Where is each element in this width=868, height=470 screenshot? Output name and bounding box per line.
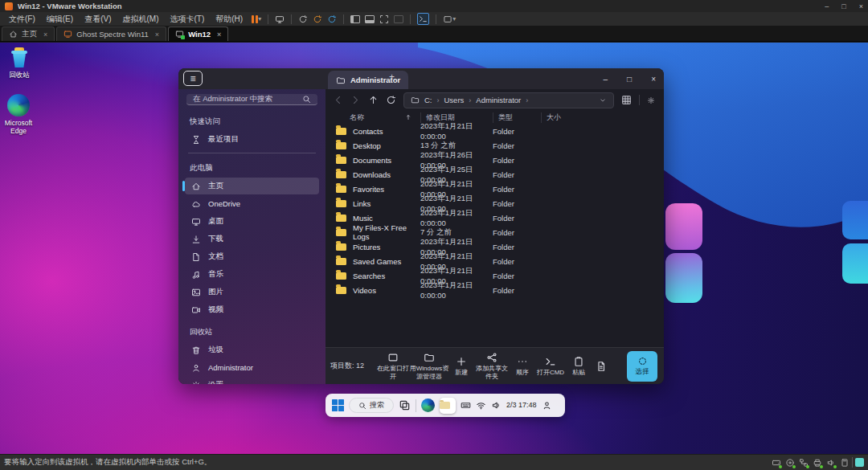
unity-mode-icon[interactable] bbox=[394, 15, 403, 23]
vm-tab-win12[interactable]: Win12× bbox=[168, 27, 228, 41]
file-row-pictures[interactable]: Pictures2023年1月21日 0:00:00Folder bbox=[326, 239, 664, 254]
chevron-down-icon[interactable] bbox=[599, 96, 607, 104]
vmware-minimize-button[interactable]: – bbox=[825, 2, 829, 10]
顺序-button[interactable]: 顺序 bbox=[510, 356, 534, 376]
manage-snapshots-icon[interactable] bbox=[327, 14, 337, 24]
新建-button[interactable]: 新建 bbox=[449, 356, 473, 376]
usb-status-icon[interactable] bbox=[840, 458, 850, 468]
view-grid-icon[interactable] bbox=[621, 95, 632, 105]
pause-icon[interactable]: ▾ bbox=[252, 15, 261, 23]
fit-guest-icon[interactable]: ▾ bbox=[443, 14, 456, 24]
file-row-links[interactable]: Links2023年1月21日 0:00:00Folder bbox=[326, 196, 664, 210]
menu-选项卡T[interactable]: 选项卡(T) bbox=[164, 14, 210, 25]
explorer-close-button[interactable]: × bbox=[651, 75, 656, 84]
up-icon[interactable] bbox=[368, 95, 379, 105]
sidebar-item-下载[interactable]: 下载 bbox=[185, 231, 319, 247]
close-tab-icon[interactable]: × bbox=[155, 31, 159, 39]
back-icon[interactable] bbox=[333, 95, 343, 105]
explorer-minimize-button[interactable]: – bbox=[604, 75, 608, 84]
sidebar-item-桌面[interactable]: 桌面 bbox=[185, 213, 319, 230]
new-tab-button[interactable]: + bbox=[389, 72, 395, 83]
column-type[interactable]: 类型 bbox=[493, 112, 541, 123]
menu-编辑E[interactable]: 编辑(E) bbox=[41, 14, 79, 25]
sidebar-item-垃圾[interactable]: 垃圾 bbox=[185, 341, 319, 358]
taskbar-search[interactable]: 搜索 bbox=[349, 398, 394, 413]
sidebar-item-onedrive[interactable]: OneDrive bbox=[185, 195, 319, 212]
file-row-saved-games[interactable]: Saved Games2023年1月21日 0:00:00Folder bbox=[326, 254, 664, 268]
breadcrumb-segment[interactable]: Administrator bbox=[476, 96, 521, 104]
select-button[interactable]: 选择 bbox=[627, 351, 657, 382]
refresh-icon[interactable] bbox=[386, 95, 396, 105]
sound-status-icon[interactable] bbox=[826, 458, 836, 468]
show-thumbnail-bar-icon[interactable] bbox=[365, 15, 375, 23]
sidebar-item-设置[interactable]: 设置 bbox=[185, 377, 319, 384]
sidebar-item-音乐[interactable]: 音乐 bbox=[185, 266, 319, 283]
file-row-searches[interactable]: Searches2023年1月21日 0:00:00Folder bbox=[326, 268, 664, 283]
volume-icon[interactable] bbox=[491, 400, 502, 411]
file-row-favorites[interactable]: Favorites2023年1月21日 0:00:00Folder bbox=[326, 182, 664, 196]
添加共享文件夹-button[interactable]: 添加共享文件夹 bbox=[473, 352, 510, 379]
optical-drive-status-icon[interactable] bbox=[785, 458, 795, 468]
sidebar-item-图片[interactable]: 图片 bbox=[185, 284, 319, 300]
breadcrumb-segment[interactable]: Users bbox=[444, 96, 465, 104]
printer-status-icon[interactable] bbox=[813, 458, 822, 468]
address-bar[interactable]: C:›Users›Administrator› bbox=[403, 92, 614, 108]
file-row-videos[interactable]: Videos2023年1月21日 0:00:00Folder bbox=[326, 283, 664, 297]
console-view-icon[interactable] bbox=[417, 13, 429, 25]
folder-icon bbox=[336, 76, 346, 85]
vm-tab-home[interactable]: 主页× bbox=[2, 27, 55, 41]
打开CMD-button[interactable]: 打开CMD bbox=[534, 356, 567, 376]
close-tab-icon[interactable]: × bbox=[43, 31, 47, 39]
people-icon[interactable] bbox=[542, 400, 552, 411]
revert-snapshot-icon[interactable] bbox=[313, 14, 322, 24]
粘贴-button[interactable]: 粘贴 bbox=[567, 356, 591, 376]
wifi-icon[interactable] bbox=[476, 400, 486, 411]
taskbar-clock[interactable]: 2/3 17:48 bbox=[506, 402, 537, 410]
edge-taskbar-icon[interactable] bbox=[421, 398, 435, 412]
sidebar-item-主页[interactable]: 主页 bbox=[185, 178, 319, 194]
fullscreen-icon[interactable] bbox=[379, 14, 389, 24]
用Windows资源管理器-button[interactable]: 用Windows资源管理器 bbox=[409, 352, 449, 379]
desktop-icon-recycle-bin[interactable]: 回收站 bbox=[1, 47, 38, 79]
sidebar-item-最近项目[interactable]: 最近项目 bbox=[185, 131, 319, 148]
file-row-downloads[interactable]: Downloads2023年1月25日 0:00:00Folder bbox=[326, 167, 664, 182]
start-button[interactable] bbox=[332, 399, 344, 411]
menu-虚拟机M[interactable]: 虚拟机(M) bbox=[117, 14, 164, 25]
vmware-maximize-button[interactable]: □ bbox=[841, 2, 845, 10]
vmware-close-button[interactable]: × bbox=[859, 2, 863, 10]
在此窗口打开-button[interactable]: 在此窗口打开 bbox=[377, 352, 409, 379]
vm-tab-ghost-spectre-win11[interactable]: Ghost Spectre Win11× bbox=[56, 27, 166, 41]
file-row-contacts[interactable]: Contacts2023年1月21日 0:00:00Folder bbox=[326, 124, 664, 138]
close-tab-icon[interactable]: × bbox=[217, 31, 221, 39]
file-row-my-files-x-free-logs[interactable]: My Files-X Free Logs7 分 之前Folder bbox=[326, 225, 664, 239]
file-row-documents[interactable]: Documents2023年1月26日 0:00:00Folder bbox=[326, 153, 664, 167]
hamburger-menu-button[interactable]: ≡ bbox=[183, 71, 203, 86]
send-ctrl-alt-del-icon[interactable] bbox=[275, 14, 285, 24]
file-row-desktop[interactable]: Desktop13 分 之前Folder bbox=[326, 138, 664, 153]
network-adapter-status-icon[interactable] bbox=[799, 458, 809, 468]
task-view-icon[interactable] bbox=[399, 399, 411, 411]
forward-icon[interactable] bbox=[350, 95, 361, 105]
wallpaper-shape-pink bbox=[665, 203, 702, 250]
column-size[interactable]: 大小 bbox=[541, 112, 664, 123]
menu-文件F[interactable]: 文件(F) bbox=[3, 14, 41, 25]
sidebar-item-视频[interactable]: 视频 bbox=[185, 301, 319, 318]
options-gear-icon[interactable] bbox=[647, 96, 655, 104]
restore-down-icon[interactable] bbox=[855, 458, 864, 467]
desktop-icon-edge[interactable]: Microsoft Edge bbox=[0, 94, 37, 135]
menu-查看V[interactable]: 查看(V) bbox=[79, 14, 117, 25]
sidebar-item-administrator[interactable]: Administrator bbox=[185, 359, 319, 376]
keyboard-icon[interactable] bbox=[461, 400, 471, 411]
hard-disk-status-icon[interactable] bbox=[772, 458, 781, 468]
explorer-maximize-button[interactable]: □ bbox=[627, 75, 632, 84]
explorer-tab[interactable]: Administrator bbox=[328, 71, 408, 89]
sidebar-item-文档[interactable]: 文档 bbox=[185, 248, 319, 265]
show-library-icon[interactable] bbox=[350, 15, 360, 23]
column-name[interactable]: 名称 bbox=[350, 112, 420, 123]
take-snapshot-icon[interactable] bbox=[298, 14, 308, 24]
breadcrumb-segment[interactable]: C: bbox=[424, 96, 432, 104]
file-button[interactable] bbox=[591, 361, 612, 372]
menu-帮助H[interactable]: 帮助(H) bbox=[210, 14, 248, 25]
search-input[interactable]: 在 Administrator 中搜索 bbox=[186, 94, 317, 105]
file-explorer-taskbar-icon[interactable] bbox=[440, 398, 456, 414]
